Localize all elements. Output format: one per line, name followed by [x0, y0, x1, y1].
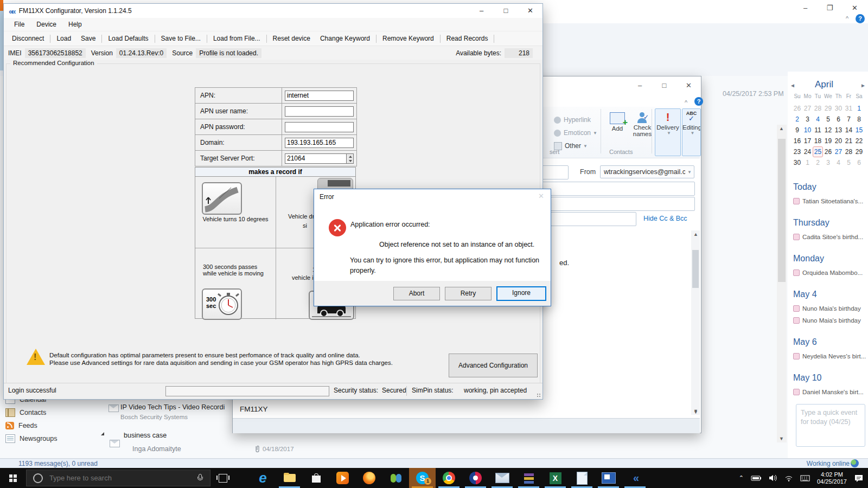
retry-button[interactable]: Retry: [445, 287, 492, 300]
calendar-day[interactable]: 28: [813, 103, 823, 114]
calendar-day[interactable]: 5: [844, 157, 854, 168]
calendar-day[interactable]: 28: [844, 146, 854, 157]
taskbar-icon-swirl[interactable]: [462, 468, 489, 488]
calendar-day[interactable]: 6: [833, 114, 844, 125]
taskbar-search[interactable]: [26, 470, 210, 486]
calendar-day[interactable]: 21: [844, 136, 854, 146]
toolbar-item[interactable]: Remove Keyword: [378, 35, 439, 42]
calendar-day[interactable]: 23: [792, 146, 802, 157]
calendar-day[interactable]: 26: [792, 103, 802, 114]
calendar-day[interactable]: 20: [833, 136, 844, 146]
calendar-day[interactable]: 31: [844, 103, 854, 114]
toolbar-item[interactable]: Load Defaults: [103, 35, 153, 42]
action-center-icon[interactable]: [854, 474, 864, 483]
taskbar-icon-configurator[interactable]: «: [622, 468, 648, 488]
ignore-button[interactable]: Ignore: [496, 286, 546, 301]
battery-icon[interactable]: [751, 475, 762, 481]
mail-collapse-ribbon-icon[interactable]: ^: [846, 15, 848, 22]
calendar-day[interactable]: 15: [854, 125, 864, 136]
menu-item-device[interactable]: Device: [30, 21, 62, 28]
spinner-up-icon[interactable]: [347, 154, 353, 159]
taskbar-icon-skype[interactable]: S1: [409, 468, 436, 488]
calendar-day[interactable]: 29: [854, 146, 864, 157]
taskbar-icon-notepad[interactable]: [569, 468, 595, 488]
calendar-day[interactable]: 13: [833, 125, 844, 136]
toolbar-item[interactable]: Reset device: [268, 35, 315, 42]
message-thread-subject[interactable]: business case: [124, 432, 167, 439]
delivery-button[interactable]: !Delivery▼: [655, 108, 681, 156]
events-scrollbar[interactable]: ▲ ▼: [777, 125, 787, 442]
close-button[interactable]: ✕: [518, 4, 542, 18]
spinner-down-icon[interactable]: [347, 158, 353, 163]
calendar-day[interactable]: 4: [833, 157, 844, 168]
calendar-day[interactable]: 3: [802, 114, 813, 125]
event-item[interactable]: Nuno Maia's birthday: [793, 314, 867, 326]
message-child-sender[interactable]: Inga Adomaityte: [132, 445, 181, 453]
calendar-day[interactable]: 7: [844, 114, 854, 125]
toolbar-item[interactable]: Save: [76, 35, 100, 42]
quick-event-input[interactable]: Type a quick event for today (04/25): [796, 404, 865, 447]
calendar-day[interactable]: 6: [854, 157, 864, 168]
resize-grip[interactable]: [537, 393, 541, 397]
emoticon-button[interactable]: Emoticon▼: [554, 127, 597, 138]
taskbar-icon-explorer[interactable]: [276, 468, 303, 488]
tray-clock[interactable]: 4:02 PM 04/25/2017: [817, 471, 847, 485]
calendar-day[interactable]: 5: [823, 114, 833, 125]
mail-restore-button[interactable]: ❐: [818, 2, 842, 14]
scroll-down-icon[interactable]: ▼: [693, 409, 698, 415]
volume-icon[interactable]: [769, 474, 777, 481]
event-item[interactable]: Nuno Maia's birthday: [793, 303, 867, 314]
calendar-day[interactable]: 1: [854, 103, 864, 114]
calendar-day[interactable]: 27: [833, 146, 844, 157]
tray-chevron-up-icon[interactable]: ⌃: [739, 474, 744, 481]
form-input[interactable]: [285, 122, 354, 132]
message-subject[interactable]: IP Video Tech Tips - Video Recordi: [120, 403, 233, 411]
event-item[interactable]: Neydelia Neves's birt...: [793, 350, 867, 362]
calendar-day[interactable]: 17: [802, 136, 813, 146]
calendar-day[interactable]: 9: [792, 125, 802, 136]
minimize-button[interactable]: –: [469, 4, 494, 18]
toolbar-item[interactable]: Disconnect: [7, 35, 49, 42]
scroll-up-icon[interactable]: ▲: [693, 232, 698, 237]
advanced-configuration-button[interactable]: Advanced Configuration: [449, 354, 538, 377]
mail-help-icon[interactable]: ?: [856, 14, 865, 23]
compose-minimize-button[interactable]: –: [628, 80, 652, 92]
compose-close-button[interactable]: ✕: [676, 80, 701, 92]
calendar-day[interactable]: 2: [813, 157, 823, 168]
calendar-day[interactable]: 16: [792, 136, 802, 146]
calendar-day[interactable]: 2: [792, 114, 802, 125]
taskbar-icon-messenger[interactable]: [382, 468, 409, 488]
spinner-control[interactable]: [347, 153, 354, 164]
wifi-icon[interactable]: [784, 475, 793, 481]
sidebar-item-newsgroups[interactable]: Newsgroups: [5, 432, 103, 445]
calendar-day[interactable]: 30: [792, 157, 802, 168]
taskbar-icon-bluewin[interactable]: [595, 468, 622, 488]
event-item[interactable]: Cadita Sitoe's birthd...: [793, 231, 867, 243]
calendar-day[interactable]: 30: [833, 103, 844, 114]
editing-button[interactable]: ABC✓Editing▼: [682, 108, 701, 156]
scrollbar-thumb[interactable]: [692, 250, 699, 288]
calendar-day[interactable]: 24: [802, 146, 813, 157]
scrollbar-thumb[interactable]: [778, 139, 786, 282]
hyperlink-button[interactable]: Hyperlink: [554, 114, 591, 125]
taskbar-icon-chrome[interactable]: [436, 468, 462, 488]
calendar-day[interactable]: 29: [823, 103, 833, 114]
taskbar-icon-winrar[interactable]: [515, 468, 542, 488]
calendar-day[interactable]: 14: [844, 125, 854, 136]
dialog-close-icon[interactable]: ✕: [538, 192, 544, 200]
calendar-day[interactable]: 1: [802, 157, 813, 168]
scroll-up-icon[interactable]: ▲: [779, 126, 784, 131]
hide-cc-bcc-link[interactable]: Hide Cc & Bcc: [643, 215, 687, 222]
calendar-next-icon[interactable]: ►: [860, 82, 866, 88]
event-item[interactable]: Orquidea Mabombo...: [793, 267, 867, 279]
mail-minimize-button[interactable]: –: [793, 2, 818, 14]
toolbar-item[interactable]: Change Keyword: [315, 35, 375, 42]
calendar-day[interactable]: 22: [854, 136, 864, 146]
toolbar-item[interactable]: Save to File...: [156, 35, 206, 42]
calendar-day[interactable]: 4: [813, 114, 823, 125]
toolbar-item[interactable]: Load from File...: [208, 35, 265, 42]
taskbar-icon-wlmail[interactable]: [489, 468, 515, 488]
search-input[interactable]: [48, 473, 197, 483]
mail-close-button[interactable]: ✕: [843, 2, 867, 14]
to-recipients-field[interactable]: [530, 182, 695, 196]
